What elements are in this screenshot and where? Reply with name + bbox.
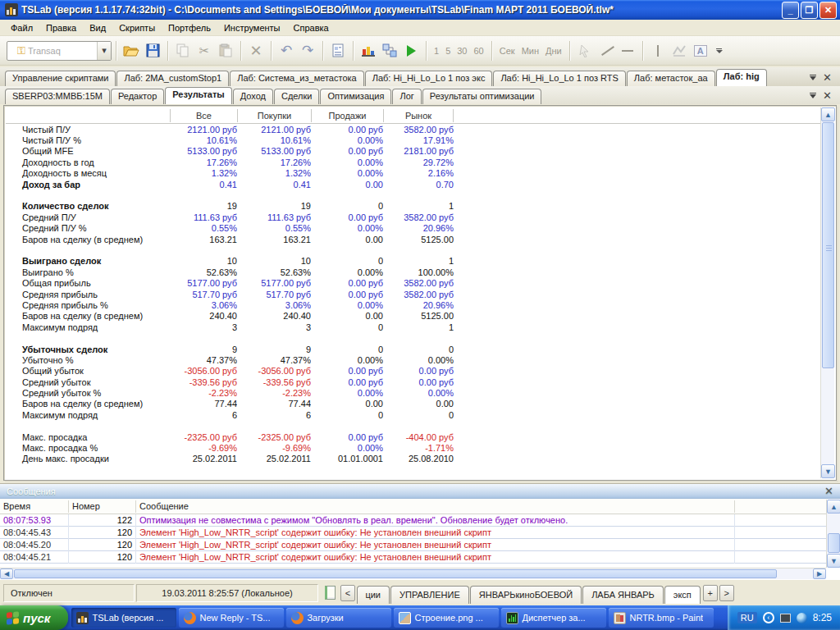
copy-button[interactable] <box>172 40 194 62</box>
font-tool-button[interactable]: A <box>690 40 711 62</box>
lab-tab[interactable]: Лаб: hig <box>716 69 767 86</box>
menu-item[interactable]: Правка <box>40 21 82 34</box>
workspace-tab[interactable]: ции <box>357 586 390 604</box>
doc-tab[interactable]: Сделки <box>274 89 320 104</box>
pointer-tool-button[interactable] <box>574 40 596 62</box>
workspace-add-button[interactable]: + <box>703 585 718 601</box>
workspace-next-button[interactable]: > <box>719 585 734 601</box>
tab-list-button[interactable] <box>810 93 816 98</box>
tab-list-button[interactable] <box>810 75 816 80</box>
scroll-up-arrow[interactable]: ▲ <box>821 107 835 121</box>
timeframe-button[interactable]: 60 <box>471 43 487 58</box>
close-button[interactable]: ✕ <box>819 2 837 19</box>
messages-column-header[interactable]: Сообщение <box>136 500 735 513</box>
scroll-down-arrow[interactable]: ▼ <box>821 464 835 478</box>
chevron-down-icon[interactable]: ▾ <box>97 42 111 60</box>
messages-column-header[interactable]: Время <box>0 500 69 513</box>
doc-tab[interactable]: Редактор <box>111 89 164 104</box>
transaq-combobox[interactable]: ⚿ Transaq ▾ <box>7 41 112 61</box>
lab-tab[interactable]: Лаб: Система_из_метастока <box>230 71 364 86</box>
scroll-left-arrow[interactable]: ◀ <box>0 568 13 579</box>
task-button[interactable]: New Reply - TS... <box>179 608 284 628</box>
script-scheme-button[interactable] <box>379 40 400 62</box>
scrollbar-thumb[interactable] <box>14 569 777 578</box>
lab-tab[interactable]: Лаб: Hi_Hi_Lo_Lo 1 поз RTS <box>493 71 625 86</box>
message-row[interactable]: 08:04:45.43120Элемент 'High_Low_NRTR_scr… <box>0 527 826 539</box>
trendline-tool-button[interactable] <box>596 40 617 62</box>
hline-tool-button[interactable] <box>617 40 638 62</box>
timeunit-button[interactable]: Сек <box>496 43 518 58</box>
menu-item[interactable]: Справка <box>288 21 335 34</box>
timeunit-button[interactable]: Дни <box>542 43 565 58</box>
message-row[interactable]: 08:04:45.21120Элемент 'High_Low_NRTR_scr… <box>0 551 826 564</box>
vline-tool-button[interactable] <box>647 40 669 62</box>
messages-vscrollbar[interactable]: ▲ ▼ <box>826 500 840 568</box>
timeframe-button[interactable]: 30 <box>454 43 470 58</box>
delete-button[interactable]: ✕ <box>245 40 267 62</box>
cut-button[interactable]: ✂ <box>194 40 215 62</box>
timeframe-button[interactable]: 5 <box>442 43 454 58</box>
task-button[interactable]: Загрузки <box>286 608 391 628</box>
restore-button[interactable]: ❐ <box>801 2 818 19</box>
save-button[interactable] <box>142 40 163 62</box>
redo-button[interactable]: ↷ <box>297 40 318 62</box>
doc-tab[interactable]: Доход <box>233 89 273 104</box>
open-button[interactable] <box>121 40 142 62</box>
menu-item[interactable]: Портфель <box>162 21 217 34</box>
menu-item[interactable]: Скрипты <box>113 21 161 34</box>
run-button[interactable] <box>400 40 422 62</box>
scroll-up-arrow[interactable]: ▲ <box>827 500 840 514</box>
properties-button[interactable] <box>327 40 349 62</box>
messages-hscrollbar[interactable]: ◀ ▶ <box>0 568 826 579</box>
minimize-button[interactable]: _ <box>782 2 799 19</box>
scrollbar-thumb[interactable] <box>822 122 834 368</box>
lab-tab[interactable]: Лаб: Hi_Hi_Lo_Lo 1 поз экс <box>365 71 493 86</box>
task-button[interactable]: Строение.png ... <box>394 608 499 628</box>
results-scrollbar[interactable]: ▲ ▼ <box>820 107 834 478</box>
menu-item[interactable]: Вид <box>84 21 112 34</box>
menu-item[interactable]: Инструменты <box>218 21 286 34</box>
messages-column-header[interactable]: Номер <box>69 500 136 513</box>
notes-icon[interactable] <box>325 586 336 600</box>
chart-button[interactable] <box>358 40 379 62</box>
table-row: Средняя прибыль %3.06%3.06%0.00%20.96% <box>6 299 820 310</box>
workspace-prev-button[interactable]: < <box>340 585 355 601</box>
task-button[interactable]: Диспетчер за... <box>501 608 606 628</box>
start-button[interactable]: пуск <box>0 605 68 630</box>
cursor-icon <box>579 44 591 57</box>
scroll-right-arrow[interactable]: ▶ <box>813 568 826 579</box>
scrollbar-thumb[interactable] <box>828 533 840 553</box>
undo-button[interactable]: ↶ <box>276 40 297 62</box>
doc-tab[interactable]: Лог <box>392 89 421 104</box>
paste-button[interactable] <box>215 40 236 62</box>
timeunit-button[interactable]: Мин <box>518 43 542 58</box>
message-row[interactable]: 08:07:53.93122Оптимизация не совместима … <box>0 514 826 527</box>
toolbar-overflow-button[interactable] <box>714 48 724 53</box>
workspace-tab[interactable]: ЯНВАРЬкиноБОЕВОЙ <box>470 586 582 604</box>
lab-tab[interactable]: Управление скриптами <box>5 71 116 86</box>
doc-tab[interactable]: Результаты оптимизации <box>422 89 542 104</box>
doc-tab[interactable]: Результаты <box>165 87 231 104</box>
display-tray-icon[interactable] <box>780 614 791 623</box>
timeframe-button[interactable]: 1 <box>431 43 442 58</box>
workspace-tab[interactable]: эксп <box>664 586 701 604</box>
message-row[interactable]: 08:04:45.20120Элемент 'High_Low_NRTR_scr… <box>0 539 826 551</box>
lab-tab[interactable]: Лаб: 2MA_customStop1 <box>116 71 229 86</box>
close-lab-tab-button[interactable]: ✕ <box>823 72 832 83</box>
doc-tab[interactable]: SBERP03:ММВБ:15М <box>5 89 110 104</box>
network-tray-icon[interactable] <box>797 613 807 623</box>
row-value: 5125.00 <box>383 311 454 321</box>
task-button[interactable]: TSLab (версия ... <box>71 608 176 628</box>
close-messages-button[interactable]: ✕ <box>824 486 833 496</box>
menu-item[interactable]: Файл <box>5 21 39 34</box>
workspace-tab[interactable]: ЛАБА ЯНВАРЬ <box>582 586 664 604</box>
doc-tab[interactable]: Оптимизация <box>320 89 391 104</box>
scroll-down-arrow[interactable]: ▼ <box>827 554 840 568</box>
lab-tab[interactable]: Лаб: метасток_аа <box>627 71 715 86</box>
task-button[interactable]: NRTR.bmp - Paint <box>609 608 714 628</box>
hide-icons-icon[interactable]: ‹ <box>763 612 774 623</box>
language-indicator[interactable]: RU <box>737 612 757 623</box>
annotation-tool-button[interactable] <box>669 40 690 62</box>
workspace-tab[interactable]: УПРАВЛЕНИЕ <box>390 586 469 604</box>
close-doc-tab-button[interactable]: ✕ <box>823 90 832 101</box>
